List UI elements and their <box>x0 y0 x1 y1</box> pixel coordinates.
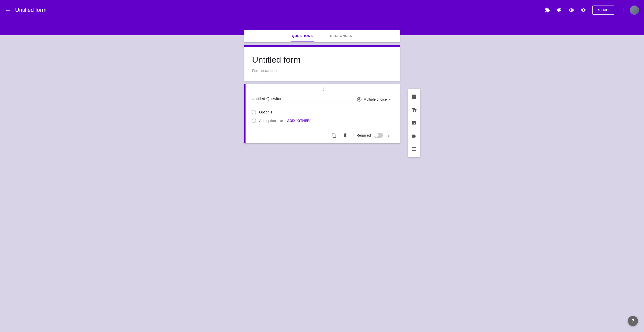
add-other-button[interactable]: ADD "OTHER" <box>287 119 311 123</box>
question-card-wrapper: Multiple choice ▾ Option 1 Add option or <box>244 84 400 143</box>
side-toolbar <box>408 89 420 157</box>
header-title: Untitled form <box>15 7 47 13</box>
drag-handle[interactable] <box>246 84 400 93</box>
add-title-button[interactable] <box>408 104 420 116</box>
tab-responses[interactable]: RESPONSES <box>329 30 353 42</box>
add-option-row: Add option or ADD "OTHER" <box>252 118 394 123</box>
tab-questions[interactable]: QUESTIONS <box>291 30 314 42</box>
back-button[interactable]: ← <box>5 7 11 13</box>
header-right: SEND ⋮ <box>542 5 639 15</box>
question-card: Multiple choice ▾ Option 1 Add option or <box>244 84 400 143</box>
question-row: Multiple choice ▾ <box>252 95 394 104</box>
svg-point-5 <box>323 90 324 91</box>
more-options-button[interactable]: ⋮ <box>618 5 628 15</box>
option-1-label[interactable]: Option 1 <box>259 110 272 114</box>
avatar[interactable] <box>630 6 639 15</box>
header-left: ← Untitled form <box>5 7 47 13</box>
add-video-button[interactable] <box>408 130 420 142</box>
tabs-card: QUESTIONS RESPONSES <box>244 30 400 42</box>
dropdown-arrow-icon: ▾ <box>389 97 391 101</box>
question-body: Multiple choice ▾ Option 1 Add option or <box>246 93 400 123</box>
radio-empty-icon <box>252 110 256 114</box>
question-more-button[interactable] <box>384 130 394 140</box>
settings-icon[interactable] <box>578 5 588 15</box>
add-section-button[interactable] <box>408 143 420 155</box>
svg-point-4 <box>322 90 323 91</box>
preview-icon[interactable] <box>566 5 576 15</box>
svg-point-1 <box>323 87 324 88</box>
help-button[interactable]: ? <box>628 316 638 326</box>
form-title[interactable]: Untitled form <box>252 55 392 65</box>
question-footer: Required <box>246 127 400 143</box>
form-title-card: Untitled form Form description <box>244 45 400 81</box>
footer-divider <box>353 132 353 139</box>
question-type-selector[interactable]: Multiple choice ▾ <box>354 95 394 104</box>
required-toggle[interactable] <box>374 133 383 138</box>
multiple-choice-icon <box>357 97 361 102</box>
form-description-placeholder[interactable]: Form description <box>252 69 392 73</box>
option-row: Option 1 <box>252 110 394 114</box>
add-question-button[interactable] <box>408 91 420 103</box>
palette-icon[interactable] <box>554 5 564 15</box>
center-column: QUESTIONS RESPONSES Untitled form Form d… <box>244 30 400 322</box>
question-input[interactable] <box>252 96 350 103</box>
svg-point-3 <box>323 89 324 89</box>
svg-point-2 <box>322 89 323 89</box>
toggle-knob <box>374 133 379 138</box>
required-label: Required <box>356 133 371 137</box>
main-content: QUESTIONS RESPONSES Untitled form Form d… <box>0 35 644 332</box>
add-option-text[interactable]: Add option <box>259 119 276 123</box>
add-option-radio-icon <box>252 118 256 123</box>
question-type-label: Multiple choice <box>364 97 387 101</box>
copy-button[interactable] <box>329 130 339 140</box>
add-image-button[interactable] <box>408 117 420 129</box>
header: ← Untitled form SEND ⋮ <box>0 0 644 20</box>
puzzle-icon[interactable] <box>542 5 552 15</box>
svg-point-0 <box>322 87 323 88</box>
send-button[interactable]: SEND <box>592 6 614 15</box>
delete-button[interactable] <box>340 130 350 140</box>
add-option-or: or <box>279 119 284 123</box>
